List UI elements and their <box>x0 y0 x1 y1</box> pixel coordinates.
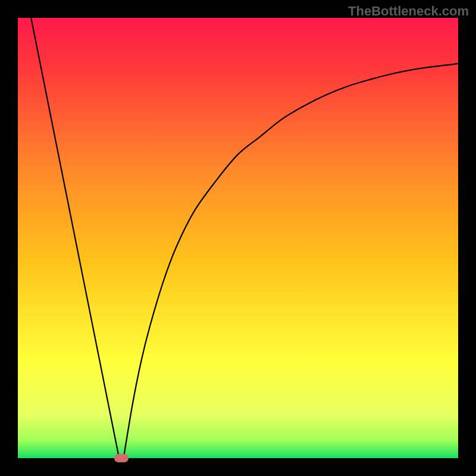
gradient-background <box>18 18 458 458</box>
minimum-marker <box>114 454 129 462</box>
chart-frame <box>18 18 458 458</box>
chart-svg <box>18 18 458 458</box>
watermark-text: TheBottleneck.com <box>348 4 469 19</box>
